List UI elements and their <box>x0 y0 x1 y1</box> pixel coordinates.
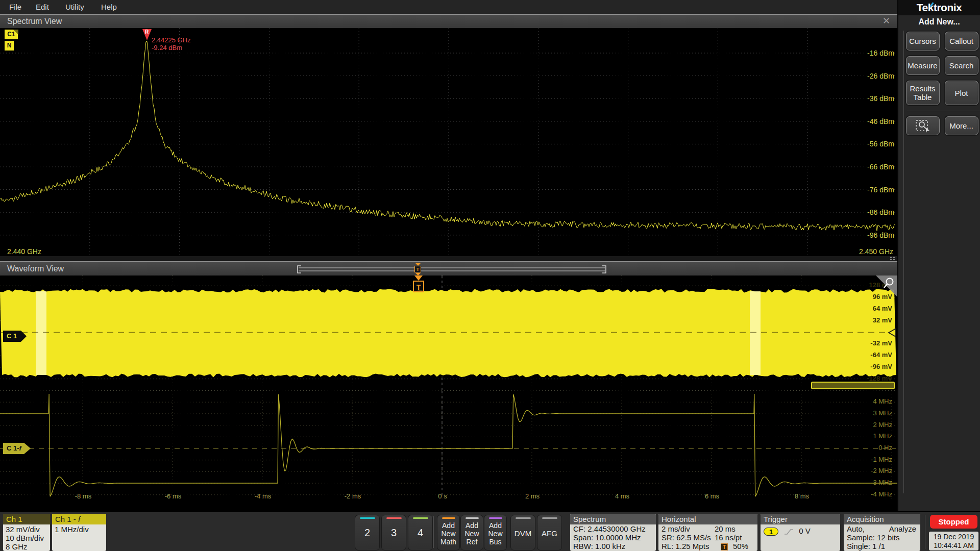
date-label: 19 Dec 2019 <box>929 533 978 541</box>
ch1f-badge-title: Ch 1 - f <box>52 514 106 524</box>
add-measure-button[interactable]: Measure <box>906 56 940 75</box>
dvm-button[interactable]: DVM <box>510 515 535 550</box>
sidebar-divider <box>907 111 980 111</box>
single-acq-count: Single: 1 /1 <box>847 542 920 550</box>
add-new-bus-button[interactable]: AddNewBus <box>484 515 507 550</box>
zoom-corner-icon[interactable] <box>876 276 897 297</box>
axis-tick-label: -96 dBm <box>859 231 894 239</box>
spectrum-normal-trace-badge[interactable]: N <box>5 41 14 51</box>
menu-file[interactable]: File <box>9 0 21 14</box>
axis-tick-label: 0 s <box>431 492 454 500</box>
ch1-badge[interactable]: Ch 1 32 mV/div 10 dBm/div 8 GHz <box>3 514 50 551</box>
ch1-bandwidth: 8 GHz <box>6 542 50 551</box>
sample-rate: SR: 62.5 MS/s <box>662 533 711 542</box>
trigger-position-percent: 50% <box>733 542 748 550</box>
axis-tick-label: -96 mV <box>856 363 892 370</box>
logo-k-accent: k <box>928 0 934 15</box>
axis-tick-label: -56 dBm <box>859 140 894 148</box>
tektronix-logo: Tektronix <box>917 2 962 13</box>
axis-tick-label: -36 dBm <box>859 94 894 103</box>
spectrum-channel-badge[interactable]: C1 <box>5 30 18 39</box>
add-plot-button[interactable]: Plot <box>945 81 978 105</box>
spectrum-view-titlebar[interactable]: Spectrum View ✕ <box>0 14 897 28</box>
axis-tick-label: -3 MHz <box>856 479 892 486</box>
axis-tick-label: 8 ms <box>790 492 814 500</box>
axis-tick-label: -2 MHz <box>856 467 892 474</box>
ch1-vertical-scale: 32 mV/div <box>6 525 50 534</box>
dvm-stripe <box>516 517 531 519</box>
afg-stripe <box>542 517 557 519</box>
spectrum-trace-canvas <box>0 28 897 256</box>
afg-button[interactable]: AFG <box>537 515 562 550</box>
channel1-freq-vs-time-plot[interactable]: 4 MHz3 MHz2 MHz1 MHz0 Hz-1 MHz-2 MHz-3 M… <box>0 391 897 511</box>
more-button[interactable]: More... <box>945 116 978 135</box>
axis-tick-label: 4 ms <box>610 492 634 500</box>
axis-tick-label: -4 ms <box>251 492 275 500</box>
zoom-scrollbar[interactable] <box>0 262 888 277</box>
axis-tick-label: 4 MHz <box>856 397 892 405</box>
brand-strip: Tektronix <box>898 0 980 15</box>
axis-tick-label: -4 MHz <box>856 490 892 498</box>
zoom-marquee-button[interactable] <box>906 116 940 135</box>
view-splitter[interactable] <box>0 256 897 261</box>
axis-tick-label: 1 MHz <box>856 432 892 440</box>
axis-tick-label: -6 ms <box>161 492 185 500</box>
channel-3-color-stripe <box>386 517 402 519</box>
reference-marker-label: R <box>145 29 149 35</box>
spectrum-settings-panel[interactable]: Spectrum CF: 2.44530000 GHz Span: 10.000… <box>570 514 656 551</box>
bottombar-divider-2 <box>925 515 925 549</box>
horizontal-settings-panel[interactable]: Horizontal 2 ms/div20 ms SR: 62.5 MS/s16… <box>658 514 757 551</box>
trigger-marker[interactable]: T <box>413 281 424 292</box>
axis-tick-label: -86 dBm <box>859 208 894 216</box>
channel-4-color-stripe <box>413 517 428 519</box>
menu-edit[interactable]: Edit <box>36 0 49 14</box>
acquisition-settings-panel[interactable]: Acquisition Auto,Analyze Sample: 12 bits… <box>844 514 920 551</box>
menu-bar: File Edit Utility Help <box>0 0 897 14</box>
axis-tick-label: -76 dBm <box>859 186 894 194</box>
ref-color-stripe <box>465 517 479 519</box>
axis-tick-label: -1 MHz <box>856 456 892 463</box>
trigger-settings-panel[interactable]: Trigger 1 0 V <box>761 514 840 551</box>
trigger-panel-title: Trigger <box>761 514 840 524</box>
ch1f-scale: 1 MHz/div <box>55 525 106 534</box>
status-bar: Ch 1 32 mV/div 10 dBm/div 8 GHz Ch 1 - f… <box>0 511 980 551</box>
add-cursors-button[interactable]: Cursors <box>906 32 940 51</box>
record-length: RL: 1.25 Mpts <box>662 542 709 550</box>
channel-2-button[interactable]: 2 <box>355 515 380 550</box>
waveform-view-section: Waveform View T T 128 mV96 mV64 mV32 mV-… <box>0 261 897 511</box>
menu-help[interactable]: Help <box>101 0 117 14</box>
trigger-level: 0 V <box>799 527 811 535</box>
axis-tick-label: 32 mV <box>856 316 892 324</box>
trigger-position-indicator[interactable]: T <box>414 263 422 276</box>
bottombar-divider <box>433 516 434 548</box>
analyze-mode: Analyze <box>889 524 916 533</box>
add-new-math-button[interactable]: AddNewMath <box>437 515 460 550</box>
axis-tick-label: 2 ms <box>521 492 544 500</box>
spectrum-view-title: Spectrum View <box>7 17 62 26</box>
wave-pan-scrollbar[interactable] <box>811 382 895 389</box>
axis-tick-label: 3 MHz <box>856 409 892 417</box>
menu-utility[interactable]: Utility <box>65 0 84 14</box>
add-callout-button[interactable]: Callout <box>945 32 978 51</box>
add-results-table-button[interactable]: Results Table <box>906 81 940 105</box>
add-new-header: Add New... <box>898 17 980 27</box>
close-icon[interactable]: ✕ <box>883 15 890 28</box>
channel1-trace-canvas <box>0 276 897 391</box>
run-stop-status-button[interactable]: Stopped <box>930 515 977 529</box>
axis-tick-label: -128 mV <box>856 374 892 382</box>
ch1f-badge[interactable]: Ch 1 - f 1 MHz/div <box>52 514 106 551</box>
add-search-button[interactable]: Search <box>945 56 978 75</box>
channel-4-button[interactable]: 4 <box>408 515 433 550</box>
channel-3-button[interactable]: 3 <box>381 515 406 550</box>
axis-tick-label: 2 MHz <box>856 421 892 429</box>
add-new-ref-button[interactable]: AddNewRef <box>460 515 483 550</box>
trigger-source-badge: 1 <box>764 528 778 536</box>
waveform-view-titlebar[interactable]: Waveform View T <box>0 261 897 276</box>
channel1-reference-arrow-icon[interactable] <box>887 328 896 338</box>
sample-bits: Sample: 12 bits <box>847 533 920 542</box>
axis-tick-label: -8 ms <box>71 492 95 500</box>
spectrum-plot-area[interactable]: -16 dBm-26 dBm-36 dBm-46 dBm-56 dBm-66 d… <box>0 28 897 256</box>
axis-tick-label: -64 mV <box>856 351 892 359</box>
channel1-waveform-plot[interactable]: T 128 mV96 mV64 mV32 mV-32 mV-64 mV-96 m… <box>0 276 897 391</box>
trigger-position-icon: T <box>721 543 728 550</box>
